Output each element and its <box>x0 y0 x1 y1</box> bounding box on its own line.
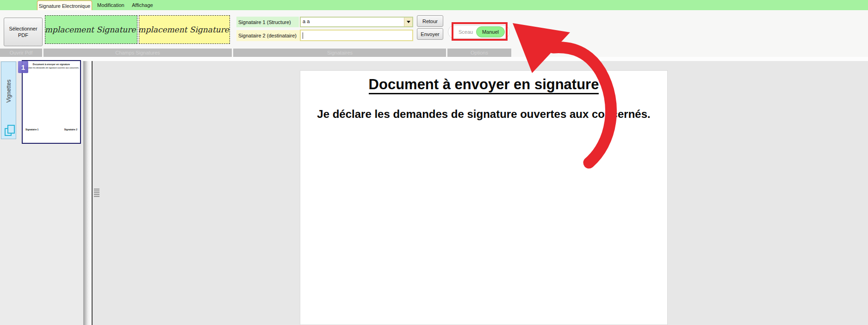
page-number-badge: 1 <box>18 61 28 73</box>
thumbnail-title-text: Document à envoyer en signature <box>23 63 80 66</box>
document-title: Document à envoyer en signature <box>300 76 667 93</box>
group-caption-options: Options <box>447 49 511 57</box>
signataire1-label: Signataire 1 (Structure) <box>236 17 299 27</box>
signataire1-value: a a <box>303 18 310 24</box>
tab-modification[interactable]: Modification <box>94 0 127 10</box>
thumbnails-sidebar: Vignettes Document à envoyer en signatur… <box>0 61 83 325</box>
envoyer-button[interactable]: Envoyer <box>417 28 443 40</box>
thumbnail-signataire1-label: Signataire 1 <box>25 128 38 131</box>
sidebar-splitter[interactable] <box>83 61 92 325</box>
group-caption-signataires: Signataires <box>233 49 446 57</box>
signataire1-combobox[interactable]: a a <box>300 17 413 27</box>
red-highlight-box <box>452 22 508 41</box>
thumbnail-signataire2-label: Signataire 2 <box>64 128 77 131</box>
signataire2-field-frame <box>300 30 413 41</box>
pdf-document-page[interactable]: Document à envoyer en signature Je décla… <box>300 70 668 325</box>
signature-app-window: Signature Electronique Modification Affi… <box>0 0 868 325</box>
tab-signature-electronique[interactable]: Signature Electronique <box>37 0 92 11</box>
toolbar-bottom-strip <box>0 57 868 61</box>
chevron-down-icon <box>407 21 410 23</box>
group-caption-champs-signatures: Champs Signatures <box>43 49 232 57</box>
select-pdf-button[interactable]: Sélectionner PDF <box>4 18 43 46</box>
vignettes-tab[interactable]: Vignettes <box>1 61 16 139</box>
combobox-dropdown-button[interactable] <box>404 18 412 26</box>
signataire2-input[interactable] <box>301 31 415 40</box>
retour-button[interactable]: Retour <box>417 15 443 27</box>
sidebar-divider-line <box>92 61 93 325</box>
group-separator <box>446 49 447 57</box>
vignettes-tab-label: Vignettes <box>6 80 12 103</box>
signature-placement-1-box[interactable]: Emplacement Signature 1 <box>45 15 137 44</box>
tab-affichage[interactable]: Affichage <box>129 0 156 10</box>
thumbnail-body-text: Je déclare les demandes de signature ouv… <box>23 67 80 69</box>
document-body-text: Je déclare les demandes de signature ouv… <box>300 108 667 121</box>
group-separator <box>42 49 43 57</box>
group-caption-ouvrir-pdf: Ouvrir Pdf <box>0 49 42 57</box>
splitter-grip[interactable] <box>94 189 99 198</box>
menu-tab-strip: Signature Electronique Modification Affi… <box>0 0 868 10</box>
page-thumbnail[interactable]: Document à envoyer en signature Je décla… <box>22 60 81 144</box>
text-caret <box>303 32 303 39</box>
group-separator <box>232 49 233 57</box>
main-content-area: Vignettes Document à envoyer en signatur… <box>0 61 868 325</box>
pages-icon <box>5 125 14 135</box>
signataire2-label: Signataire 2 (destinataire) <box>236 30 301 41</box>
ribbon-group-caption-band: Ouvrir Pdf Champs Signatures Signataires… <box>0 49 511 57</box>
ribbon-toolbar: Sélectionner PDF Emplacement Signature 1… <box>0 10 868 57</box>
signature-placement-2-box[interactable]: Emplacement Signature 2 <box>139 15 230 44</box>
